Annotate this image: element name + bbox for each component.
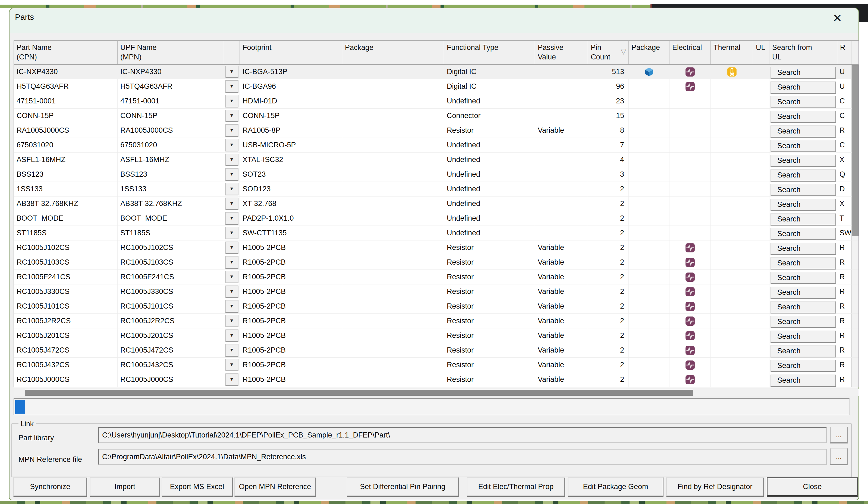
column-header-electrical[interactable]: Electrical <box>670 41 711 64</box>
open-mpn-reference-button[interactable]: Open MPN Reference <box>234 477 316 497</box>
cell-pin-count[interactable]: 4 <box>588 153 629 167</box>
search-from-ul-button[interactable]: Search <box>771 301 836 314</box>
cell-pin-count[interactable]: 2 <box>588 314 629 328</box>
cell-footprint[interactable]: R1005-2PCB <box>240 314 342 328</box>
cell-package-name[interactable] <box>342 79 444 94</box>
cell-functional-type[interactable]: Undefined <box>444 153 535 167</box>
table-row[interactable]: RA1005J000CSRA1005J000CS▼RA1005-8PResist… <box>14 123 858 138</box>
column-header-pin-count[interactable]: Pin Count▽ <box>588 41 629 64</box>
cell-passive-value[interactable]: Variable <box>535 284 588 299</box>
cell-package-name[interactable] <box>342 197 444 211</box>
search-from-ul-button[interactable]: Search <box>771 330 836 343</box>
column-header-passive-value[interactable]: Passive Value <box>535 41 588 64</box>
search-from-ul-button[interactable]: Search <box>771 140 836 153</box>
column-header-package-icon[interactable]: Package <box>629 41 670 64</box>
vertical-scrollbar-track[interactable] <box>851 299 858 314</box>
close-button[interactable]: Close <box>767 477 858 497</box>
cell-package-name[interactable] <box>342 343 444 357</box>
upf-dropdown-button[interactable]: ▼ <box>225 271 238 283</box>
vertical-scrollbar-track[interactable] <box>851 240 858 255</box>
cell-pin-count[interactable]: 2 <box>588 372 629 387</box>
cell-package-name[interactable] <box>342 270 444 284</box>
cell-part-name[interactable]: RC1005J000CS <box>14 372 117 387</box>
search-from-ul-button[interactable]: Search <box>771 360 836 372</box>
cell-part-name[interactable]: CONN-15P <box>14 108 117 123</box>
cell-part-name[interactable]: AB38T-32.768KHZ <box>14 197 117 211</box>
search-from-ul-button[interactable]: Search <box>771 345 836 358</box>
table-row[interactable]: ASFL1-16MHZASFL1-16MHZ▼XTAL-ISC32Undefin… <box>14 153 858 167</box>
cell-functional-type[interactable]: Undefined <box>444 94 535 108</box>
cell-functional-type[interactable]: Resistor <box>444 358 535 372</box>
cell-footprint[interactable]: XT-32.768 <box>240 197 342 211</box>
cell-pin-count[interactable]: 2 <box>588 270 629 284</box>
table-row[interactable]: BOOT_MODEBOOT_MODE▼PAD2P-1.0X1.0Undefine… <box>14 211 858 226</box>
cell-upf-name[interactable]: RC1005J201CS <box>117 328 224 343</box>
cell-functional-type[interactable]: Digital IC <box>444 79 535 94</box>
table-row[interactable]: 1SS1331SS133▼SOD123Undefined2SearchD <box>14 182 858 197</box>
cell-package-name[interactable] <box>342 138 444 152</box>
cell-upf-name[interactable]: BSS123 <box>117 167 224 181</box>
export-ms-excel-button[interactable]: Export MS Excel <box>162 477 233 497</box>
cell-functional-type[interactable]: Resistor <box>444 328 535 343</box>
cell-pin-count[interactable]: 513 <box>588 65 629 79</box>
table-row[interactable]: RC1005J101CSRC1005J101CS▼R1005-2PCBResis… <box>14 299 858 314</box>
cell-passive-value[interactable]: Variable <box>535 123 588 138</box>
cell-footprint[interactable]: XTAL-ISC32 <box>240 153 342 167</box>
cell-part-name[interactable]: 675031020 <box>14 138 117 152</box>
cell-package-name[interactable] <box>342 328 444 343</box>
cell-pin-count[interactable]: 23 <box>588 94 629 108</box>
cell-footprint[interactable]: PAD2P-1.0X1.0 <box>240 211 342 225</box>
search-from-ul-button[interactable]: Search <box>771 228 836 240</box>
cell-passive-value[interactable] <box>535 226 588 240</box>
cell-upf-name[interactable]: RC1005J102CS <box>117 240 224 255</box>
cell-passive-value[interactable]: Variable <box>535 240 588 255</box>
cell-pin-count[interactable]: 2 <box>588 255 629 270</box>
column-header-part-name[interactable]: Part Name (CPN) <box>14 41 117 64</box>
cell-pin-count[interactable]: 3 <box>588 167 629 181</box>
cell-footprint[interactable]: SOD123 <box>240 182 342 196</box>
vertical-scrollbar-track[interactable] <box>851 328 858 343</box>
cell-passive-value[interactable] <box>535 197 588 211</box>
column-header-upf-name[interactable]: UPF Name (MPN) <box>117 41 224 64</box>
cell-package-name[interactable] <box>342 211 444 225</box>
table-row[interactable]: 675031020675031020▼USB-MICRO-5PUndefined… <box>14 138 858 153</box>
table-row[interactable]: IC-NXP4330IC-NXP4330▼IC-BGA-513PDigital … <box>14 65 858 79</box>
cell-package-name[interactable] <box>342 123 444 138</box>
cell-package-name[interactable] <box>342 182 444 196</box>
table-row[interactable]: RC1005J2R2CSRC1005J2R2CS▼R1005-2PCBResis… <box>14 314 858 328</box>
cell-part-name[interactable]: RC1005F241CS <box>14 270 117 284</box>
cell-passive-value[interactable] <box>535 182 588 196</box>
table-row[interactable]: RC1005J330CSRC1005J330CS▼R1005-2PCBResis… <box>14 284 858 299</box>
cell-footprint[interactable]: R1005-2PCB <box>240 358 342 372</box>
upf-dropdown-button[interactable]: ▼ <box>225 329 238 342</box>
cell-functional-type[interactable]: Undefined <box>444 211 535 225</box>
table-row[interactable]: CONN-15PCONN-15P▼CONN-15PConnector15Sear… <box>14 108 858 123</box>
cell-package-name[interactable] <box>342 358 444 372</box>
search-from-ul-button[interactable]: Search <box>771 155 836 167</box>
cell-functional-type[interactable]: Resistor <box>444 314 535 328</box>
cell-functional-type[interactable]: Undefined <box>444 226 535 240</box>
upf-dropdown-button[interactable]: ▼ <box>225 256 238 269</box>
horizontal-scrollbar-thumb[interactable] <box>25 390 693 396</box>
column-header-footprint[interactable]: Footprint <box>240 41 342 64</box>
search-from-ul-button[interactable]: Search <box>771 316 836 328</box>
cell-upf-name[interactable]: RC1005J000CS <box>117 372 224 387</box>
cell-upf-name[interactable]: RC1005J2R2CS <box>117 314 224 328</box>
cell-part-name[interactable]: RC1005J2R2CS <box>14 314 117 328</box>
cell-package-name[interactable] <box>342 108 444 123</box>
table-row[interactable]: ST1185SST1185S▼SW-CTT1135Undefined2Searc… <box>14 226 858 240</box>
upf-dropdown-button[interactable]: ▼ <box>225 315 238 327</box>
table-row[interactable]: RC1005F241CSRC1005F241CS▼R1005-2PCBResis… <box>14 270 858 284</box>
cell-part-name[interactable]: 1SS133 <box>14 182 117 196</box>
cell-part-name[interactable]: BOOT_MODE <box>14 211 117 225</box>
cell-pin-count[interactable]: 96 <box>588 79 629 94</box>
cell-upf-name[interactable]: 47151-0001 <box>117 94 224 108</box>
cell-part-name[interactable]: ASFL1-16MHZ <box>14 153 117 167</box>
mpn-reference-field[interactable]: C:\ProgramData\Altair\PollEx\2024.1\Data… <box>98 449 827 465</box>
cell-footprint[interactable]: SOT23 <box>240 167 342 181</box>
cell-upf-name[interactable]: H5TQ4G63AFR <box>117 79 224 94</box>
cell-part-name[interactable]: H5TQ4G63AFR <box>14 79 117 94</box>
cell-footprint[interactable]: USB-MICRO-5P <box>240 138 342 152</box>
cell-upf-name[interactable]: 1SS133 <box>117 182 224 196</box>
vertical-scrollbar-track[interactable] <box>851 314 858 328</box>
